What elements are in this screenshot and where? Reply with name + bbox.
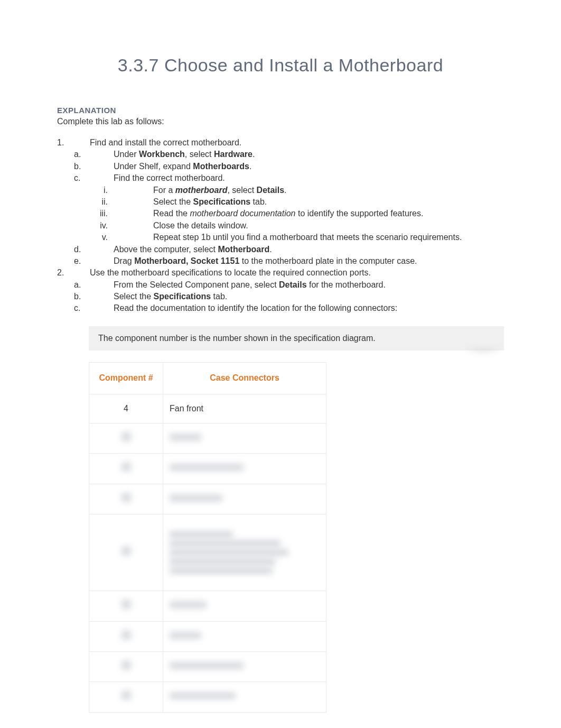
step-2b: Select the Specifications tab. bbox=[74, 291, 504, 302]
cell-connector bbox=[163, 591, 326, 621]
cell-connector bbox=[163, 514, 326, 591]
page-title: 3.3.7 Choose and Install a Motherboard bbox=[57, 53, 504, 78]
cell-connector bbox=[163, 651, 326, 681]
table-row bbox=[89, 423, 326, 454]
step-1c-iv: Close the details window. bbox=[90, 220, 504, 232]
explanation-section: EXPLANATION Complete this lab as follows… bbox=[57, 105, 504, 127]
cell-component-num bbox=[89, 682, 163, 712]
cell-component-num bbox=[89, 621, 163, 651]
step-1a: Under Workbench, select Hardware. bbox=[74, 149, 504, 160]
step-2-text: Use the motherboard specifications to lo… bbox=[90, 268, 371, 277]
step-1e: Drag Motherboard, Socket 1151 to the mot… bbox=[74, 255, 504, 267]
step-2c: Read the documentation to identify the l… bbox=[74, 302, 504, 314]
step-1-text: Find and install the correct motherboard… bbox=[90, 138, 241, 147]
note-box: The component number is the number shown… bbox=[89, 326, 504, 351]
document-page: 3.3.7 Choose and Install a Motherboard E… bbox=[0, 0, 561, 728]
step-1c: Find the correct motherboard. For a moth… bbox=[74, 172, 504, 243]
step-2-substeps: From the Selected Component pane, select… bbox=[90, 279, 504, 315]
cell-component-num bbox=[89, 651, 163, 681]
cell-component-num bbox=[89, 454, 163, 484]
cell-component-num: 4 bbox=[89, 394, 163, 423]
table-row bbox=[89, 591, 326, 621]
step-1c-iii: Read the motherboard documentation to id… bbox=[90, 208, 504, 219]
cell-connector bbox=[163, 423, 326, 454]
step-1c-text: Find the correct motherboard. bbox=[114, 173, 225, 182]
step-1c-v: Repeat step 1b until you find a motherbo… bbox=[90, 232, 504, 243]
intro-text: Complete this lab as follows: bbox=[57, 116, 504, 127]
cell-component-num bbox=[89, 484, 163, 514]
cell-component-num bbox=[89, 591, 163, 621]
step-1c-substeps: For a motherboard, select Details. Selec… bbox=[114, 185, 504, 244]
step-1d: Above the computer, select Motherboard. bbox=[74, 244, 504, 255]
cell-component-num bbox=[89, 423, 163, 454]
table-row bbox=[89, 682, 326, 712]
explanation-label: EXPLANATION bbox=[57, 105, 504, 116]
cell-connector bbox=[163, 621, 326, 651]
step-2a: From the Selected Component pane, select… bbox=[74, 279, 504, 291]
table-row bbox=[89, 621, 326, 651]
step-1: Find and install the correct motherboard… bbox=[57, 137, 504, 267]
table-row bbox=[89, 514, 326, 591]
table-header-connectors: Case Connectors bbox=[163, 363, 326, 394]
step-1c-ii: Select the Specifications tab. bbox=[90, 196, 504, 208]
cell-connector bbox=[163, 682, 326, 712]
cell-connector bbox=[163, 454, 326, 484]
table-row bbox=[89, 651, 326, 681]
step-1b: Under Shelf, expand Motherboards. bbox=[74, 161, 504, 172]
step-2: Use the motherboard specifications to lo… bbox=[57, 267, 504, 315]
cell-connector bbox=[163, 484, 326, 514]
table-row: 4 Fan front bbox=[89, 394, 326, 423]
table-header-component: Component # bbox=[89, 363, 163, 394]
connectors-table-wrap: Component # Case Connectors 4 Fan front bbox=[57, 362, 504, 713]
table-row bbox=[89, 454, 326, 484]
table-row bbox=[89, 484, 326, 514]
steps-list: Find and install the correct motherboard… bbox=[57, 137, 504, 315]
step-1c-i: For a motherboard, select Details. bbox=[90, 185, 504, 196]
cell-component-num bbox=[89, 514, 163, 591]
connectors-table: Component # Case Connectors 4 Fan front bbox=[89, 362, 326, 713]
step-1-substeps: Under Workbench, select Hardware. Under … bbox=[90, 149, 504, 267]
cell-connector: Fan front bbox=[163, 394, 326, 423]
